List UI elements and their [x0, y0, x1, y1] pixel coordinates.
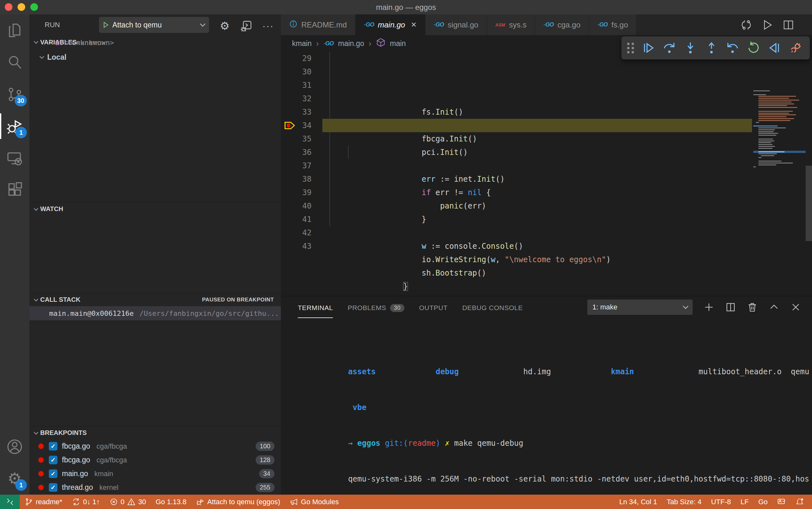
gutter[interactable]: 38 [281, 172, 322, 186]
code-line[interactable]: 34 err := inet.Init() [281, 119, 812, 132]
editor-scrollbar[interactable] [806, 166, 812, 241]
disconnect-button[interactable] [787, 40, 804, 56]
gutter[interactable]: 40 [281, 199, 322, 213]
code-line[interactable]: 40 io.WriteString(w, "\nwelcome to eggos… [281, 199, 812, 213]
scope-local-row[interactable]: Local [29, 50, 281, 64]
line-content[interactable]: err := inet.Init() [322, 119, 752, 132]
sidebar-item-explorer[interactable] [0, 14, 29, 46]
code-line[interactable]: 31 fbcga.Init() [281, 78, 812, 92]
close-icon[interactable]: ✕ [411, 21, 417, 29]
gutter[interactable]: 32 [281, 92, 322, 105]
account-button[interactable] [0, 431, 29, 463]
notifications-button[interactable] [790, 498, 809, 506]
language-status[interactable]: Go [753, 498, 772, 506]
gutter[interactable]: 42 [281, 226, 322, 239]
gutter[interactable]: 39 [281, 186, 322, 199]
sidebar-item-source-control[interactable]: 30 [0, 78, 29, 110]
breakpoint-checkbox[interactable]: ✓ [49, 483, 58, 492]
breakpoint-row[interactable]: ✓ thread.go kernel 255 [29, 481, 281, 494]
editor-tab[interactable]: GO signal.go [425, 14, 487, 35]
sidebar-item-run-debug[interactable]: 1 [0, 110, 29, 142]
gutter[interactable]: 29 [281, 52, 322, 65]
code-line[interactable]: 35 if err != nil { [281, 132, 812, 146]
code-line[interactable]: 39 w := console.Console() [281, 186, 812, 199]
breakpoint-row[interactable]: ✓ fbcga.go cga/fbcga 100 [29, 439, 281, 453]
gutter[interactable]: 43 [281, 239, 322, 253]
gutter[interactable]: 31 [281, 78, 322, 92]
debug-config-dropdown[interactable]: Attach to qemu [99, 17, 209, 33]
code-line[interactable]: 41 sh.Bootstrap() [281, 213, 812, 226]
debug-console-button[interactable] [239, 19, 253, 33]
tab-debug-console[interactable]: DEBUG CONSOLE [462, 296, 523, 318]
restart-button[interactable] [745, 40, 762, 56]
step-over-button[interactable] [661, 40, 678, 56]
tab-terminal[interactable]: TERMINAL [298, 296, 333, 318]
step-into-button[interactable] [682, 40, 699, 56]
new-terminal-icon[interactable] [704, 302, 714, 313]
line-content[interactable]: sh.Bootstrap() [322, 213, 752, 226]
continue-button[interactable] [640, 40, 657, 56]
gutter[interactable]: 30 [281, 65, 322, 78]
eol-status[interactable]: LF [736, 498, 753, 506]
zoom-window-button[interactable] [30, 3, 38, 11]
code-line[interactable]: 32 pci.Init() [281, 92, 812, 105]
problems-status[interactable]: 0 30 [105, 498, 151, 506]
feedback-button[interactable] [772, 498, 790, 506]
stack-frame-row[interactable]: main.main@0x0061216e /Users/fanbingxin/g… [29, 306, 281, 320]
gutter[interactable]: 33 [281, 105, 322, 119]
configure-gear-button[interactable]: ⚙ [218, 19, 232, 33]
variable-row[interactable]: w: <unknown> [29, 35, 281, 49]
breakpoint-row[interactable]: ✓ fbcga.go cga/fbcga 128 [29, 453, 281, 467]
code-line[interactable]: 33 [281, 105, 812, 119]
remote-indicator[interactable] [0, 495, 20, 509]
settings-button[interactable]: ⚙ 1 [0, 463, 29, 495]
gutter[interactable]: 35 [281, 132, 322, 146]
tab-output[interactable]: OUTPUT [419, 296, 448, 318]
views-more-button[interactable]: ··· [261, 19, 275, 33]
line-content[interactable]: if err != nil { [322, 132, 752, 146]
minimap[interactable] [753, 89, 806, 294]
tab-size-status[interactable]: Tab Size: 4 [662, 498, 706, 506]
encoding-status[interactable]: UTF-8 [706, 498, 736, 506]
line-content[interactable]: pci.Init() [322, 92, 752, 105]
sidebar-item-search[interactable] [0, 46, 29, 78]
kill-terminal-icon[interactable] [747, 302, 758, 313]
step-out-button[interactable] [703, 40, 720, 56]
run-icon[interactable] [762, 19, 773, 31]
terminal-picker-dropdown[interactable]: 1: make [587, 300, 693, 315]
line-content[interactable] [322, 239, 752, 253]
line-content[interactable]: panic(err) [322, 146, 752, 159]
sync-status[interactable]: 0↓ 1↑ [67, 498, 105, 506]
step-back-button[interactable] [724, 40, 741, 56]
line-content[interactable]: } [322, 159, 752, 172]
call-stack-section-header[interactable]: CALL STACK PAUSED ON BREAKPOINT [29, 293, 281, 306]
line-content[interactable]: w := console.Console() [322, 186, 752, 199]
sidebar-item-extensions[interactable] [0, 174, 29, 206]
line-content[interactable]: } [322, 226, 752, 239]
editor-tab[interactable]: ASM sys.s [487, 14, 535, 35]
editor-tab[interactable]: GO cga.go [535, 14, 589, 35]
code-line[interactable]: 38 [281, 172, 812, 186]
split-editor-icon[interactable] [783, 19, 794, 31]
tab-problems[interactable]: PROBLEMS 30 [348, 296, 404, 318]
start-debug-icon[interactable] [103, 22, 108, 28]
code-editor[interactable]: 29 fs.Init() [281, 52, 812, 296]
editor-tab[interactable]: GO main.go ✕ [356, 14, 425, 35]
breakpoint-checkbox[interactable]: ✓ [49, 456, 58, 464]
breadcrumb-folder[interactable]: kmain [292, 39, 312, 48]
gutter[interactable]: 37 [281, 159, 322, 172]
go-modules-status[interactable]: Go Modules [285, 498, 344, 506]
code-line[interactable]: 36 panic(err) [281, 146, 812, 159]
breadcrumb-file[interactable]: main.go [338, 39, 364, 48]
breadcrumb-symbol[interactable]: main [390, 39, 406, 48]
breakpoint-checkbox[interactable]: ✓ [49, 442, 58, 450]
editor-tab[interactable]: README.md [281, 14, 356, 35]
reverse-continue-button[interactable] [766, 40, 783, 56]
line-content[interactable] [322, 105, 752, 119]
editor-tab[interactable]: GO fs.go [589, 14, 637, 35]
split-terminal-icon[interactable] [725, 302, 736, 313]
drag-handle-icon[interactable] [627, 43, 634, 53]
line-content[interactable]: fbcga.Init() [322, 78, 752, 92]
terminal-output[interactable]: assets debug hd.img kmain multiboot_head… [293, 323, 809, 495]
go-version-status[interactable]: Go 1.13.8 [151, 498, 191, 506]
